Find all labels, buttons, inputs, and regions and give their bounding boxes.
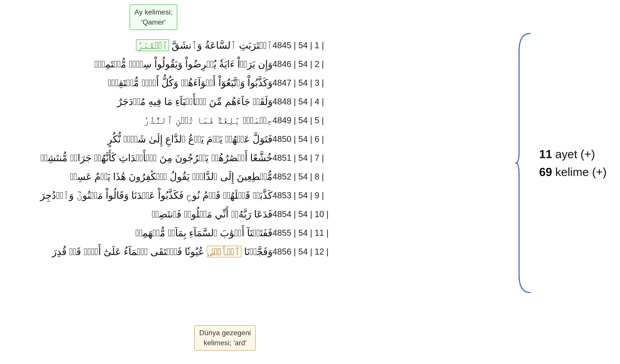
kelime-label: kelime (+) bbox=[552, 166, 607, 178]
highlighted-word: ٱلۡأَرۡضَ bbox=[207, 246, 241, 258]
verse-row: 4855 | 54 | 11 |فَفَتَحۡنَآ أَبۡوَٰبَ ٱل… bbox=[13, 226, 348, 240]
verse-row: 4856 | 54 | 12 |وَفَجَّرۡنَا ٱلۡأَرۡضَ ع… bbox=[13, 244, 348, 259]
right-panel: 11 ayet (+) 69 kelime (+) bbox=[515, 29, 607, 297]
verse-numbers: 4846 | 54 | 2 | bbox=[272, 60, 348, 69]
verse-row: 4853 | 54 | 9 |كَذَّبَتۡ قَبۡلَهُمۡ قَوۡ… bbox=[13, 188, 348, 203]
verse-numbers: 4849 | 54 | 5 | bbox=[272, 116, 348, 125]
verse-row: 4845 | 54 | 1 |ٱقۡتَرَبَتِ ٱلسَّاعَةُ وَ… bbox=[13, 38, 348, 53]
verse-text: فَدَعَا رَبَّهُۥٓ أَنِّي مَغۡلُوبٞ فَٱنت… bbox=[13, 207, 272, 222]
verse-numbers: 4851 | 54 | 7 | bbox=[272, 153, 348, 163]
tooltip-bottom-line2: kelimesi; 'ard' bbox=[199, 338, 251, 348]
verse-text: كَذَّبَتۡ قَبۡلَهُمۡ قَوۡمُ نُوحٖ فَكَذَ… bbox=[13, 188, 272, 203]
tooltip-top-line2: 'Qamer' bbox=[134, 17, 172, 27]
ayet-label: ayet (+) bbox=[552, 148, 595, 161]
verse-row: 4851 | 54 | 7 |خُشَّعًا أَبۡصَٰرُهُمۡ يَ… bbox=[13, 151, 348, 165]
tooltip-top: Ay kelimesi; 'Qamer' bbox=[130, 4, 177, 30]
verse-numbers: 4847 | 54 | 3 | bbox=[272, 78, 348, 88]
verse-text: حِكۡمَةٌۢ بَٰلِغَةٞ فَمَا تُغۡنِ ٱلنُّذُ… bbox=[13, 113, 272, 128]
highlighted-word: ٱلۡقَمَرُ bbox=[136, 39, 169, 51]
tooltip-top-line1: Ay kelimesi; bbox=[134, 7, 172, 17]
kelime-number: 69 bbox=[539, 166, 552, 178]
verse-text: مُّهۡطِعِينَ إِلَى ٱلدَّاعِۖ يَقُولُ ٱلۡ… bbox=[13, 169, 272, 184]
verse-row: 4854 | 54 | 10 |فَدَعَا رَبَّهُۥٓ أَنِّي… bbox=[13, 207, 348, 222]
verse-text: فَفَتَحۡنَآ أَبۡوَٰبَ ٱلسَّمَآءِ بِمَآءٖ… bbox=[13, 226, 272, 240]
verse-text: فَتَوَلَّ عَنۡهُمۡ يَوۡمَ يَدۡعُ ٱلدَّاع… bbox=[13, 132, 272, 147]
verse-numbers: 4845 | 54 | 1 | bbox=[272, 41, 348, 50]
verse-row: 4850 | 54 | 6 |فَتَوَلَّ عَنۡهُمۡ يَوۡمَ… bbox=[13, 132, 348, 147]
verse-numbers: 4852 | 54 | 8 | bbox=[272, 172, 348, 182]
verses-container: 4845 | 54 | 1 |ٱقۡتَرَبَتِ ٱلسَّاعَةُ وَ… bbox=[13, 38, 348, 259]
verse-numbers: 4856 | 54 | 12 | bbox=[272, 247, 348, 257]
verse-numbers: 4848 | 54 | 4 | bbox=[272, 97, 348, 106]
kelime-stat: 69 kelime (+) bbox=[539, 165, 607, 179]
verse-row: 4852 | 54 | 8 |مُّهۡطِعِينَ إِلَى ٱلدَّا… bbox=[13, 169, 348, 184]
verse-numbers: 4850 | 54 | 6 | bbox=[272, 135, 348, 144]
tooltip-bottom-line1: Dünya gezegeni bbox=[199, 328, 251, 338]
verse-numbers: 4853 | 54 | 9 | bbox=[272, 191, 348, 200]
verse-row: 4846 | 54 | 2 |وَإِن يَرَوۡاْ ءَايَةٗ يُ… bbox=[13, 57, 348, 72]
tooltip-bottom: Dünya gezegeni kelimesi; 'ard' bbox=[194, 325, 256, 351]
ayet-number: 11 bbox=[539, 148, 552, 161]
stats-panel: 11 ayet (+) 69 kelime (+) bbox=[539, 147, 607, 179]
verse-text: وَإِن يَرَوۡاْ ءَايَةٗ يُعۡرِضُواْ وَيَق… bbox=[13, 57, 272, 72]
verse-row: 4847 | 54 | 3 |وَكَذَّبُواْ وَٱتَّبَعُوٓ… bbox=[13, 76, 348, 90]
verse-text: وَفَجَّرۡنَا ٱلۡأَرۡضَ عُيُونٗا فَٱلۡتَق… bbox=[13, 244, 272, 259]
verse-row: 4848 | 54 | 4 |وَلَقَدۡ جَآءَهُم مِّنَ ٱ… bbox=[13, 94, 348, 109]
bracket-svg bbox=[515, 29, 532, 297]
page-container: Ay kelimesi; 'Qamer' 4845 | 54 | 1 |ٱقۡت… bbox=[0, 0, 620, 364]
verse-numbers: 4854 | 54 | 10 | bbox=[272, 210, 348, 219]
verse-text: وَكَذَّبُواْ وَٱتَّبَعُوٓاْ أَهۡوَآءَهُم… bbox=[13, 76, 272, 90]
ayet-stat: 11 ayet (+) bbox=[539, 147, 607, 161]
verse-row: 4849 | 54 | 5 |حِكۡمَةٌۢ بَٰلِغَةٞ فَمَا… bbox=[13, 113, 348, 128]
verse-text: وَلَقَدۡ جَآءَهُم مِّنَ ٱلۡأَنۢبَآءِ مَا… bbox=[13, 94, 272, 109]
verse-text: ٱقۡتَرَبَتِ ٱلسَّاعَةُ وَٱنشَقَّ ٱلۡقَمَ… bbox=[13, 38, 272, 53]
verse-numbers: 4855 | 54 | 11 | bbox=[272, 228, 348, 238]
verse-text: خُشَّعًا أَبۡصَٰرُهُمۡ يَخۡرُجُونَ مِنَ … bbox=[13, 151, 272, 165]
